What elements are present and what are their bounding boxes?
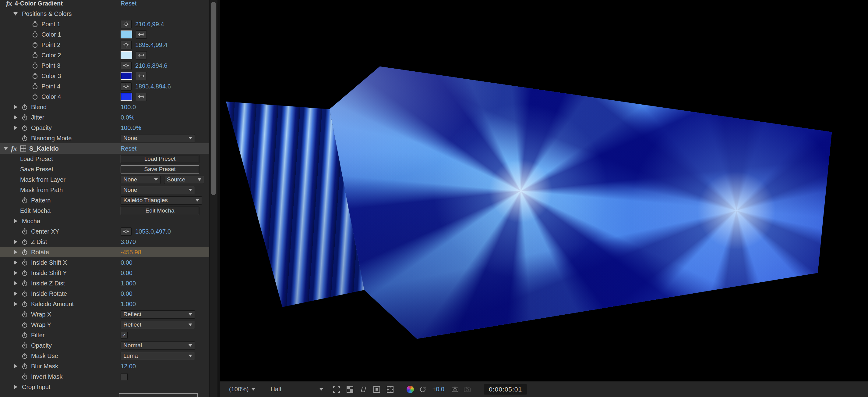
- stopwatch-icon[interactable]: [20, 270, 29, 276]
- color-swatch[interactable]: [121, 72, 132, 80]
- exposure-value[interactable]: +0.0: [432, 386, 444, 393]
- param-value[interactable]: 1895.4,894.6: [135, 83, 171, 90]
- filter-checkbox-checked[interactable]: ✓: [121, 332, 128, 339]
- chevron-collapsed-icon[interactable]: [11, 291, 20, 296]
- load-preset-button[interactable]: Load Preset: [121, 155, 199, 163]
- param-value[interactable]: 0.00: [121, 270, 132, 277]
- row-point-3[interactable]: Point 3 210.6,894.6: [0, 60, 209, 71]
- row-color-4[interactable]: Color 4: [0, 91, 209, 102]
- row-inside-shift-x[interactable]: Inside Shift X 0.00: [0, 257, 209, 268]
- chevron-collapsed-icon[interactable]: [11, 250, 20, 254]
- chevron-collapsed-icon[interactable]: [11, 364, 20, 368]
- param-value[interactable]: 12.00: [121, 363, 136, 370]
- chevron-collapsed-icon[interactable]: [11, 260, 20, 265]
- stopwatch-icon[interactable]: [20, 301, 29, 307]
- stopwatch-icon[interactable]: [20, 259, 29, 266]
- stopwatch-icon[interactable]: [30, 83, 40, 90]
- stopwatch-icon[interactable]: [20, 228, 29, 235]
- stopwatch-icon[interactable]: [20, 332, 29, 338]
- stopwatch-icon[interactable]: [20, 135, 29, 141]
- stopwatch-icon[interactable]: [20, 363, 29, 370]
- param-value[interactable]: 0.00: [121, 259, 132, 266]
- crosshair-icon[interactable]: [121, 41, 131, 49]
- stopwatch-icon[interactable]: [20, 249, 29, 256]
- row-center-xy[interactable]: Center XY 1053.0,497.0: [0, 226, 209, 236]
- edit-mocha-button[interactable]: Edit Mocha: [121, 207, 199, 215]
- chevron-collapsed-icon[interactable]: [11, 281, 20, 285]
- row-inside-z-dist[interactable]: Inside Z Dist 1.000: [0, 278, 209, 288]
- row-jitter[interactable]: Jitter 0.0%: [0, 112, 209, 122]
- row-filter[interactable]: Filter ✓: [0, 330, 209, 340]
- stopwatch-icon[interactable]: [30, 73, 40, 79]
- stopwatch-icon[interactable]: [20, 321, 29, 328]
- chevron-collapsed-icon[interactable]: [11, 385, 20, 389]
- row-point-4[interactable]: Point 4 1895.4,894.6: [0, 81, 209, 91]
- magnification-dropdown[interactable]: (100%): [229, 386, 255, 393]
- crosshair-icon[interactable]: [121, 227, 131, 236]
- reset-link[interactable]: Reset: [121, 0, 136, 7]
- stopwatch-icon[interactable]: [20, 290, 29, 297]
- stopwatch-icon[interactable]: [20, 104, 29, 110]
- stopwatch-icon[interactable]: [20, 124, 29, 131]
- composition-viewport[interactable]: [220, 0, 868, 381]
- param-value[interactable]: 210.6,894.6: [135, 62, 167, 69]
- wrap-x-dropdown[interactable]: Reflect: [121, 310, 195, 319]
- stopwatch-icon[interactable]: [30, 62, 40, 69]
- mask-visibility-icon[interactable]: [360, 386, 367, 393]
- row-invert-mask[interactable]: Invert Mask: [0, 371, 209, 382]
- row-kaleido-amount[interactable]: Kaleido Amount 1.000: [0, 299, 209, 309]
- scrollbar-thumb[interactable]: [211, 2, 216, 195]
- reset-link[interactable]: Reset: [121, 145, 136, 152]
- row-z-dist[interactable]: Z Dist 3.070: [0, 236, 209, 247]
- channels-icon[interactable]: [407, 386, 414, 393]
- row-wrap-x[interactable]: Wrap X Reflect: [0, 309, 209, 319]
- row-opacity-kaleido[interactable]: Opacity Normal: [0, 340, 209, 351]
- row-blur-mask[interactable]: Blur Mask 12.00: [0, 361, 209, 371]
- row-edit-mocha[interactable]: Edit Mocha Edit Mocha: [0, 205, 209, 216]
- param-value[interactable]: 100.0%: [121, 124, 141, 132]
- param-value[interactable]: 0.00: [121, 290, 132, 297]
- resolution-dropdown[interactable]: Half: [271, 386, 323, 393]
- stopwatch-icon[interactable]: [20, 352, 29, 359]
- stopwatch-icon[interactable]: [30, 93, 40, 100]
- mask-path-dropdown[interactable]: None: [121, 186, 195, 194]
- chevron-collapsed-icon[interactable]: [11, 105, 20, 109]
- row-blending-mode[interactable]: Blending Mode None: [0, 133, 209, 143]
- chevron-collapsed-icon[interactable]: [11, 271, 20, 275]
- stopwatch-icon[interactable]: [20, 342, 29, 349]
- param-value[interactable]: -455.98: [121, 249, 141, 256]
- mask-layer-dropdown[interactable]: None: [121, 176, 160, 184]
- row-blend[interactable]: Blend 100.0: [0, 102, 209, 112]
- group-positions-colors[interactable]: Positions & Colors: [0, 8, 209, 19]
- chevron-expanded-icon[interactable]: [11, 12, 20, 16]
- row-load-preset[interactable]: Load Preset Load Preset: [0, 154, 209, 164]
- show-snapshot-icon[interactable]: [463, 386, 471, 393]
- row-pattern[interactable]: Pattern Kaleido Triangles: [0, 195, 209, 205]
- color-picker-icon[interactable]: [136, 93, 147, 101]
- row-mask-from-layer[interactable]: Mask from Layer None Source: [0, 174, 209, 185]
- chevron-collapsed-icon[interactable]: [11, 219, 20, 223]
- param-value[interactable]: 1895.4,99.4: [135, 41, 167, 49]
- stopwatch-icon[interactable]: [20, 311, 29, 318]
- chevron-collapsed-icon[interactable]: [11, 125, 20, 130]
- timecode-display[interactable]: 0:00:05:01: [484, 384, 527, 395]
- invert-mask-checkbox-unchecked[interactable]: [121, 373, 128, 380]
- param-value[interactable]: 3.070: [121, 238, 136, 246]
- param-value[interactable]: 210.6,99.4: [135, 21, 164, 28]
- row-mask-use[interactable]: Mask Use Luma: [0, 351, 209, 361]
- row-point-1[interactable]: Point 1 210.6,99.4: [0, 19, 209, 29]
- save-preset-button[interactable]: Save Preset: [121, 165, 199, 173]
- param-value[interactable]: 1.000: [121, 280, 136, 287]
- row-point-2[interactable]: Point 2 1895.4,99.4: [0, 40, 209, 50]
- color-picker-icon[interactable]: [136, 30, 147, 39]
- crosshair-icon[interactable]: [121, 82, 131, 90]
- crosshair-icon[interactable]: [121, 20, 131, 28]
- stopwatch-icon[interactable]: [30, 52, 40, 59]
- row-inside-shift-y[interactable]: Inside Shift Y 0.00: [0, 268, 209, 278]
- effect-header-s-kaleido[interactable]: fx S_Kaleido Reset: [0, 143, 209, 154]
- transparency-grid-icon[interactable]: [346, 386, 354, 393]
- color-picker-icon[interactable]: [136, 72, 147, 80]
- wrap-y-dropdown[interactable]: Reflect: [121, 321, 195, 329]
- row-save-preset[interactable]: Save Preset Save Preset: [0, 164, 209, 174]
- stopwatch-icon[interactable]: [20, 197, 29, 204]
